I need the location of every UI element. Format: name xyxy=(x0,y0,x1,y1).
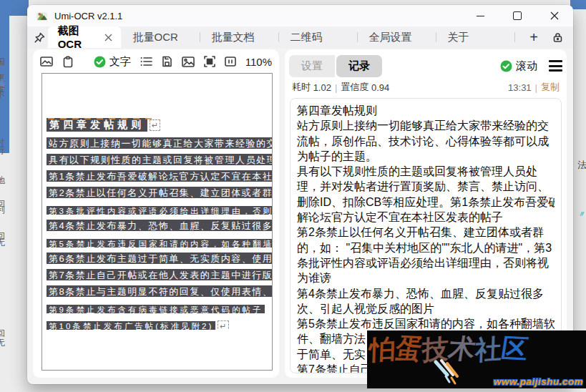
lock-icon[interactable] xyxy=(552,32,563,43)
desktop-text-fragment: 地 xyxy=(0,175,8,187)
fit-screen-icon xyxy=(204,56,215,67)
ocr-box-text: 第5条禁止发布违反国家和请的内容，如各种翻墙软件、翻 xyxy=(47,239,272,248)
close-tab-button[interactable] xyxy=(104,34,112,41)
ocr-text-box[interactable]: 第10条禁止发布广告帖(标准见附2)↵ xyxy=(47,319,272,330)
confidence-value: 0.94 xyxy=(371,82,389,93)
ocr-result-line: 站方原则上接纳一切能够真正给大家带来经验的交 xyxy=(297,118,555,133)
ocr-text-box[interactable]: 第4条禁止发布暴力、恐怖、血腥、反复贴过很多次、引起↵ xyxy=(47,219,272,231)
tab-bar: 截图OCR 批量OCR 批量文档 二维码 全局设置 关于 + xyxy=(27,26,573,48)
ocr-text-box[interactable]: 第2条禁止以任何名义开帖召集、建立团体或者群的，如：如↵ xyxy=(47,186,272,198)
list-icon xyxy=(140,57,152,67)
minimize-icon xyxy=(477,16,484,16)
ocr-box-text: 第四章发帖规则 xyxy=(47,118,147,132)
ocr-text-box[interactable]: 第8条禁止与主题明显不符的回复、仅使用表情、数字、字↵ xyxy=(47,285,272,297)
titlebar: Umi-OCR v2.1.1 xyxy=(27,5,573,26)
desktop-blue-corner-left xyxy=(0,0,29,16)
ocr-text-box[interactable]: 第6条禁止发布主题过于简单、无实质内容、使用哗众取宠↵ xyxy=(47,252,272,264)
result-list-button[interactable] xyxy=(140,57,152,67)
tab-settings[interactable]: 设置 xyxy=(289,55,335,77)
brush-icon xyxy=(430,358,473,388)
ocr-result-line: 第2条禁止以任何名义开帖召集、建立团体或者群 xyxy=(297,225,555,240)
ocr-language-selector[interactable]: 文字 xyxy=(94,55,131,69)
add-tab-button[interactable]: + xyxy=(529,30,538,44)
ocr-result-line: 解论坛官方认定不宜在本社区发表的帖子 xyxy=(297,210,555,225)
elapsed-value: 1.02 xyxy=(313,82,331,93)
ocr-result-line: 为谁谤 xyxy=(297,270,555,285)
maximize-icon xyxy=(513,11,522,20)
tab-qrcode[interactable]: 二维码 xyxy=(278,26,357,48)
pin-button[interactable] xyxy=(31,26,48,48)
watermark-char: 社 xyxy=(474,331,502,368)
ocr-text-box[interactable]: 第7条禁止自己开帖或在他人发表的主题中进行版聊，针对↵ xyxy=(47,268,272,280)
close-button[interactable] xyxy=(536,5,573,26)
ocr-result-line: 第四章发帖规则 xyxy=(297,103,555,118)
ocr-result-line: 流帖，原创作品、技术讨论、心得体验等都可以成 xyxy=(297,134,555,149)
paste-button[interactable] xyxy=(62,56,74,68)
menu-icon xyxy=(549,60,562,62)
tab-global-settings[interactable]: 全局设置 xyxy=(357,26,436,48)
ocr-result-line: 第4条禁止发布暴力、恐怖、血腥、反复贴过很多 xyxy=(297,286,555,301)
ocr-box-text: 第9条禁止发布含有病毒链接或恶意代码的帖子 xyxy=(47,305,265,313)
check-icon xyxy=(94,56,106,68)
one-to-one-button[interactable] xyxy=(225,57,236,67)
ocr-result-line: 的，如： "召集中关村地区的""东北人的请进"，第3 xyxy=(297,240,555,255)
app-logo-icon xyxy=(36,10,48,22)
desktop-text-fragment: 国 xyxy=(0,56,8,68)
minimize-button[interactable] xyxy=(462,5,499,26)
image-icon xyxy=(182,57,195,67)
ocr-box-text: 第6条禁止发布主题过于简单、无实质内容、使用哗众取宠 xyxy=(47,253,272,264)
ocr-box-text: 站方原则上接纳一切能够真正给大家带来经验的交流帖，原 xyxy=(47,137,272,149)
watermark: 怕蛋技术社区 www.paijishu.com xyxy=(367,330,586,388)
maximize-button[interactable] xyxy=(499,5,536,26)
ocr-result-line: 第5条禁止发布违反国家和请的内容，如各种翻墙软 xyxy=(297,316,555,331)
ocr-result-line: 具有以下规则性质的主题或回复将被管理人员处 xyxy=(297,164,555,179)
ocr-box-text: 第1条禁止发布吾爱破解论坛官方认定不宜在本社区发表的 xyxy=(47,170,272,182)
tab-label: 截图OCR xyxy=(58,24,95,50)
enter-icon: ↵ xyxy=(150,119,160,131)
tab-records[interactable]: 记录 xyxy=(336,55,382,77)
desktop-text-fragment: 无 xyxy=(0,337,8,349)
desktop-text-fragment: 不 xyxy=(0,89,8,101)
timestamp: 13:31 xyxy=(508,82,532,93)
screenshot-icon xyxy=(40,56,53,67)
ocr-text-box[interactable]: 第3条批评性内容或评语必须给出详细理由，否则将视为诽↵ xyxy=(47,204,272,215)
pin-icon xyxy=(34,32,45,43)
ocr-result-line: 为帖子的主题。 xyxy=(297,149,555,164)
check-icon xyxy=(500,60,512,72)
tab-batch-ocr[interactable]: 批量OCR xyxy=(121,26,200,48)
watermark-url: www.paijishu.com xyxy=(494,376,583,387)
image-toolbar: 文字 xyxy=(40,51,272,72)
ocr-text-box[interactable]: 第5条禁止发布违反国家和请的内容，如各种翻墙软件、翻↵ xyxy=(47,237,272,248)
watermark-char: 怕 xyxy=(368,331,396,368)
tab-about[interactable]: 关于 xyxy=(436,26,514,48)
fit-screen-button[interactable] xyxy=(204,56,215,67)
tab-batch-doc[interactable]: 批量文档 xyxy=(200,26,278,48)
ocr-box-text: 第7条禁止自己开帖或在他人发表的主题中进行版聊，针对 xyxy=(47,269,272,280)
ocr-box-text: 第2条禁止以任何名义开帖召集、建立团体或者群的，如：如 xyxy=(47,187,272,198)
menu-button[interactable] xyxy=(549,60,562,72)
ocr-text-box[interactable]: 第1条禁止发布吾爱破解论坛官方认定不宜在本社区发表的↵ xyxy=(47,170,272,182)
desktop-text-fragment: 行 xyxy=(0,144,8,157)
close-icon xyxy=(550,11,559,20)
copy-button[interactable]: 复制 xyxy=(541,81,560,94)
desktop-cyan-mark: 〃 xyxy=(577,209,586,217)
desktop-text-fragment-right: 法 xyxy=(577,159,586,172)
screenshot-button[interactable] xyxy=(40,56,53,67)
zoom-level[interactable]: 110% xyxy=(245,56,272,68)
ocr-text-box[interactable]: 第四章发帖规则↵ xyxy=(47,118,272,132)
tabbar-separator xyxy=(514,32,515,42)
image-viewer[interactable]: 第四章发帖规则↵ 站方原则上接纳一切能够真正给大家带来经验的交流帖，原↵ 具有以… xyxy=(41,73,273,371)
tab-screenshot-ocr[interactable]: 截图OCR xyxy=(48,26,122,48)
ocr-text-box[interactable]: 站方原则上接纳一切能够真正给大家带来经验的交流帖，原↵ xyxy=(47,137,272,149)
scroll-checkbox[interactable]: 滚动 xyxy=(500,59,537,73)
enter-icon: ↵ xyxy=(218,320,228,330)
one-to-one-icon xyxy=(225,57,236,67)
ocr-text-box[interactable]: 第9条禁止发布含有病毒链接或恶意代码的帖子↵ xyxy=(47,303,272,313)
window-title: Umi-OCR v2.1.1 xyxy=(54,11,122,21)
ocr-box-text: 具有以下规则性质的主题或回复将被管理人员处理，并 xyxy=(47,154,272,165)
ocr-text-box[interactable]: 具有以下规则性质的主题或回复将被管理人员处理，并↵ xyxy=(47,153,272,165)
paste-icon xyxy=(62,56,74,68)
save-image-button[interactable] xyxy=(182,57,195,67)
save-text-button[interactable] xyxy=(162,56,172,67)
desktop-text-fragment: 无 xyxy=(0,237,8,249)
